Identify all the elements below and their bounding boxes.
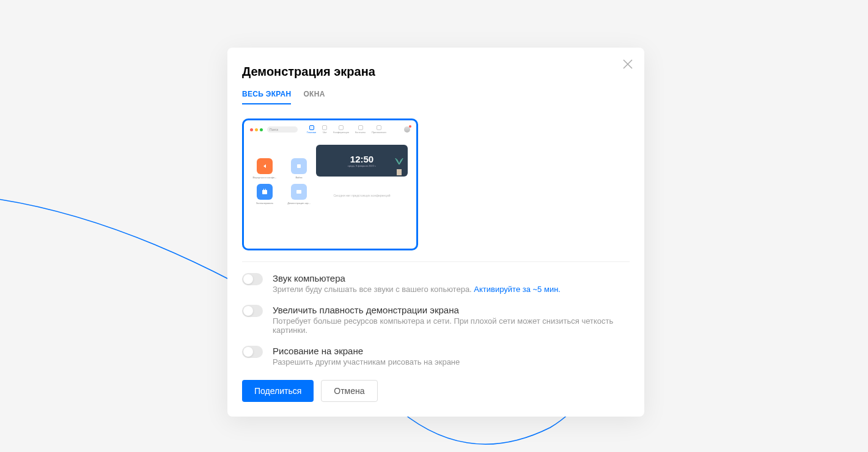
contacts-icon [358,125,363,130]
avatar-icon [404,126,410,133]
conference-icon [339,125,344,130]
option-description: Потребует больше ресурсов компьютера и с… [273,316,630,335]
tab-fullscreen[interactable]: ВЕСЬ ЭКРАН [242,90,291,104]
preview-nav: Главная Чат Конференция Контакты Приложе… [307,125,386,134]
toggle-smooth[interactable] [242,305,263,317]
traffic-yellow-icon [255,128,258,131]
action-buttons: Поделиться Отмена [242,380,630,402]
empty-message: Сегодня нет предстоящих конференций [316,194,408,197]
screen-preview[interactable]: Поиск Главная Чат Конференция Контакты [242,118,418,250]
chat-icon [322,125,327,130]
home-icon [309,125,314,130]
traffic-red-icon [250,128,253,131]
login-icon [291,158,307,174]
apps-icon [377,125,381,130]
preview-toolbar: Поиск Главная Чат Конференция Контакты [248,124,413,135]
preview-body: Вернуться в конфе... Войти Запланировать [248,140,413,205]
svg-rect-0 [297,164,301,168]
tab-windows[interactable]: ОКНА [303,90,325,104]
option-title: Увеличить плавность демонстрации экрана [273,305,630,315]
svg-rect-5 [397,169,402,175]
tabs: ВЕСЬ ЭКРАН ОКНА [242,90,630,105]
option-draw: Рисование на экране Разрешить другим уча… [242,346,630,366]
preview-search-field: Поиск [267,126,298,133]
svg-rect-3 [265,189,266,191]
clock-widget: 12:50 среда, 9 февраля 2022 г. [316,145,408,177]
plant-icon [393,158,405,177]
close-icon [622,59,633,70]
svg-rect-4 [296,190,301,194]
share-icon [291,184,307,200]
option-smooth: Увеличить плавность демонстрации экрана … [242,305,630,335]
share-button[interactable]: Поделиться [242,380,314,402]
return-icon [257,158,273,174]
svg-rect-1 [262,190,267,194]
option-sound: Звук компьютера Зрители буду слышать все… [242,273,630,294]
option-title: Рисование на экране [273,346,630,356]
toggle-sound[interactable] [242,273,263,285]
option-description: Зрители буду слышать все звуки с вашего … [273,285,630,294]
toggle-draw[interactable] [242,346,263,358]
calendar-icon [257,184,273,200]
modal-title: Демонстрация экрана [242,65,630,79]
option-title: Звук компьютера [273,273,630,283]
option-description: Разрешить другим участникам рисовать на … [273,357,630,366]
activate-link[interactable]: Активируйте за ~5 мин. [474,285,561,294]
cancel-button[interactable]: Отмена [321,380,377,402]
separator [242,261,630,262]
traffic-green-icon [260,128,263,131]
close-button[interactable] [622,59,633,70]
svg-rect-2 [263,189,264,191]
screen-share-modal: Демонстрация экрана ВЕСЬ ЭКРАН ОКНА Поис… [227,48,644,417]
